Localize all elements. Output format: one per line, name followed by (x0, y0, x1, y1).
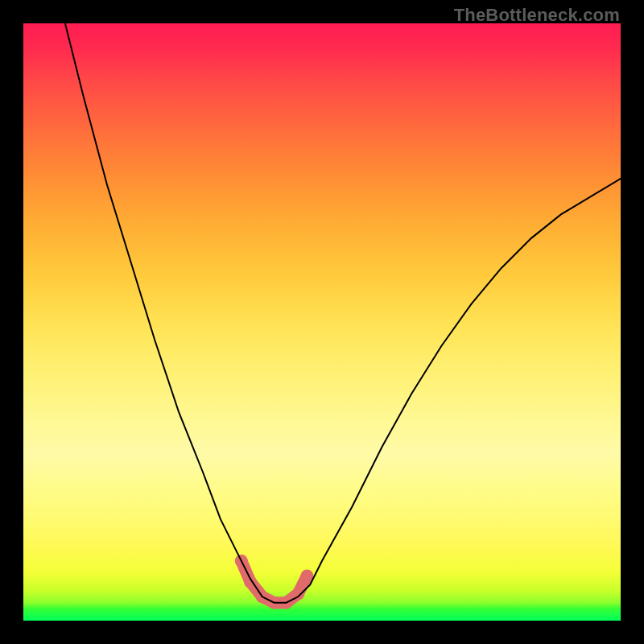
chart-overlay (23, 23, 621, 621)
bottleneck-curve (65, 23, 621, 603)
chart-frame: TheBottleneck.com (0, 0, 644, 644)
watermark-text: TheBottleneck.com (454, 5, 620, 26)
